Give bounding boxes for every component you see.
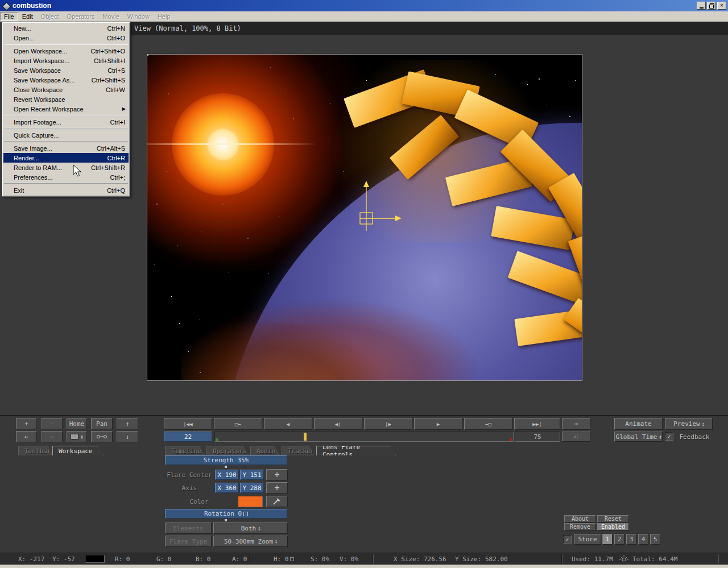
end-frame-field[interactable]: 75 bbox=[515, 432, 560, 442]
menu-item-import-workspace[interactable]: Import Workspace...Ctrl+Shift+I bbox=[3, 56, 129, 65]
tab-tracker[interactable]: Tracker bbox=[282, 446, 315, 455]
lens-streak bbox=[147, 143, 317, 145]
color-picker-button[interactable] bbox=[266, 496, 288, 507]
playhead[interactable] bbox=[304, 433, 307, 441]
tab-audio[interactable]: Audio bbox=[250, 446, 280, 455]
store-button[interactable]: Store bbox=[574, 534, 601, 545]
tab-operators[interactable]: Operators bbox=[206, 446, 249, 455]
back-to-mark-button[interactable]: □← bbox=[214, 418, 262, 430]
menu-item-open-workspace[interactable]: Open Workspace...Ctrl+Shift+O bbox=[3, 46, 129, 56]
menu-item-preferences[interactable]: Preferences...Ctrl+; bbox=[3, 172, 129, 182]
flare-center-x-field[interactable]: X 190 bbox=[215, 470, 239, 480]
status-divider bbox=[249, 554, 250, 563]
menu-item-quick-capture[interactable]: Quick Capture... bbox=[3, 130, 129, 140]
menu-operators[interactable]: Operators bbox=[63, 12, 99, 21]
nav-back-button[interactable]: ← bbox=[16, 431, 37, 442]
pan-button[interactable]: Pan bbox=[91, 418, 113, 429]
menu-separator bbox=[4, 44, 128, 45]
menu-item-save-workspace[interactable]: Save WorkspaceCtrl+S bbox=[3, 65, 129, 75]
menu-window[interactable]: Window bbox=[123, 12, 154, 21]
global-time-dropdown[interactable]: Global Time ▲▼ bbox=[614, 432, 663, 442]
step-back-button[interactable]: ◀| bbox=[314, 418, 362, 430]
monitor-icon bbox=[71, 434, 78, 440]
menu-edit[interactable]: Edit bbox=[18, 12, 37, 21]
menu-item-import-footage[interactable]: Import Footage...Ctrl+I bbox=[3, 117, 129, 127]
axis-x-field[interactable]: X 360 bbox=[215, 483, 239, 493]
menu-object[interactable]: Object bbox=[37, 12, 63, 21]
preset-slot-2[interactable]: 2 bbox=[614, 534, 624, 545]
go-to-end-button[interactable]: ▶▶| bbox=[514, 418, 560, 430]
layer-down-button[interactable]: ↓ bbox=[117, 431, 138, 442]
menu-help[interactable]: Help bbox=[154, 12, 175, 21]
reset-button[interactable]: Reset bbox=[597, 515, 629, 523]
spinner-icon: ▲▼ bbox=[258, 526, 260, 530]
tab-lens-flare-controls[interactable]: Lens Flare Controls bbox=[316, 446, 396, 455]
feedback-checkbox[interactable]: ✓ bbox=[665, 432, 673, 441]
flare-type-dropdown[interactable]: 50-300mm Zoom ▲▼ bbox=[213, 536, 288, 547]
store-checkbox[interactable]: ✓ bbox=[563, 535, 572, 544]
elements-dropdown[interactable]: Both ▲▼ bbox=[213, 523, 288, 534]
about-button[interactable]: About bbox=[564, 515, 596, 523]
link-button[interactable] bbox=[91, 431, 113, 442]
zoom-out-button[interactable]: − bbox=[42, 418, 63, 429]
composite-viewport[interactable] bbox=[147, 54, 582, 381]
tab-timeline[interactable]: Timeline bbox=[165, 446, 205, 455]
axis-y-field[interactable]: Y 288 bbox=[240, 483, 264, 493]
menu-item-revert-workspace[interactable]: Revert Workspace bbox=[3, 94, 129, 104]
nav-forward-button[interactable]: → bbox=[42, 431, 63, 442]
menu-item-render-to-ram[interactable]: Render to RAM...Ctrl+Shift+R bbox=[3, 163, 129, 172]
preset-slot-4[interactable]: 4 bbox=[638, 534, 648, 545]
go-to-start-button[interactable]: |◀◀ bbox=[164, 418, 212, 430]
restore-button[interactable] bbox=[707, 2, 716, 10]
menu-item-open[interactable]: Open...Ctrl+O bbox=[3, 33, 129, 43]
playback-mode-button[interactable]: → bbox=[562, 418, 590, 430]
axis-pick-button[interactable]: + bbox=[266, 482, 288, 494]
color-label: Color bbox=[165, 496, 233, 507]
home-button[interactable]: Home bbox=[67, 418, 87, 429]
step-forward-button[interactable]: |▶ bbox=[364, 418, 412, 430]
transform-axis-widget[interactable] bbox=[346, 180, 409, 237]
elements-label-button[interactable]: Elements bbox=[165, 523, 212, 534]
flare-center-y-field[interactable]: Y 151 bbox=[240, 470, 264, 480]
crosshair-icon: + bbox=[274, 470, 279, 480]
timeline-track[interactable] bbox=[214, 432, 514, 442]
menu-item-new[interactable]: New...Ctrl+N bbox=[3, 23, 129, 33]
title-bar[interactable]: combustion × bbox=[0, 0, 728, 11]
step-back-icon: ◀| bbox=[335, 421, 341, 427]
flare-color-swatch[interactable] bbox=[238, 496, 263, 507]
layer-up-button[interactable]: ↑ bbox=[117, 418, 138, 429]
strength-slider[interactable]: Strength 35% bbox=[165, 455, 287, 465]
close-button[interactable]: × bbox=[717, 2, 726, 10]
minimize-button[interactable] bbox=[697, 2, 706, 10]
flare-type-label-button[interactable]: Flare Type bbox=[165, 536, 212, 547]
tab-toolbar[interactable]: Toolbar bbox=[18, 446, 53, 455]
menu-item-save-image[interactable]: Save Image...Ctrl+Alt+S bbox=[3, 143, 129, 153]
preset-slot-3[interactable]: 3 bbox=[626, 534, 636, 545]
play-button[interactable]: ▶ bbox=[414, 418, 462, 430]
zoom-in-button[interactable]: + bbox=[16, 418, 37, 429]
preview-dropdown[interactable]: Preview ▲▼ bbox=[665, 418, 713, 430]
tab-workspace[interactable]: Workspace bbox=[52, 446, 104, 455]
flare-center-pick-button[interactable]: + bbox=[266, 469, 288, 480]
animate-button[interactable]: Animate bbox=[614, 418, 663, 430]
menu-item-save-workspace-as[interactable]: Save Workspace As...Ctrl+Shift+S bbox=[3, 75, 129, 85]
current-frame-field[interactable]: 22 bbox=[164, 432, 212, 442]
menu-file[interactable]: File bbox=[0, 12, 18, 21]
forward-to-mark-button[interactable]: →□ bbox=[464, 418, 512, 430]
mark-out bbox=[510, 438, 512, 441]
menu-item-render[interactable]: Render...Ctrl+R bbox=[3, 153, 129, 163]
rotation-slider[interactable]: Rotation 0 bbox=[165, 509, 287, 519]
play-reverse-button[interactable]: ◀ bbox=[264, 418, 312, 430]
audio-mute-button[interactable]: ◀) bbox=[562, 432, 590, 442]
enabled-toggle[interactable]: Enabled bbox=[597, 523, 629, 530]
hue-readout: H: 0 bbox=[274, 555, 294, 563]
menu-item-exit[interactable]: ExitCtrl+Q bbox=[3, 185, 129, 195]
menu-movie[interactable]: Movie bbox=[98, 12, 123, 21]
remove-button[interactable]: Remove bbox=[564, 523, 596, 530]
display-mode-button[interactable]: ▲▼ bbox=[67, 431, 87, 442]
red-readout: R: 0 bbox=[115, 555, 130, 563]
preset-slot-1[interactable]: 1 bbox=[602, 534, 613, 545]
preset-slot-5[interactable]: 5 bbox=[650, 534, 660, 545]
menu-item-open-recent-workspace[interactable]: Open Recent Workspace▶ bbox=[3, 104, 129, 114]
menu-item-close-workspace[interactable]: Close WorkspaceCtrl+W bbox=[3, 85, 129, 94]
